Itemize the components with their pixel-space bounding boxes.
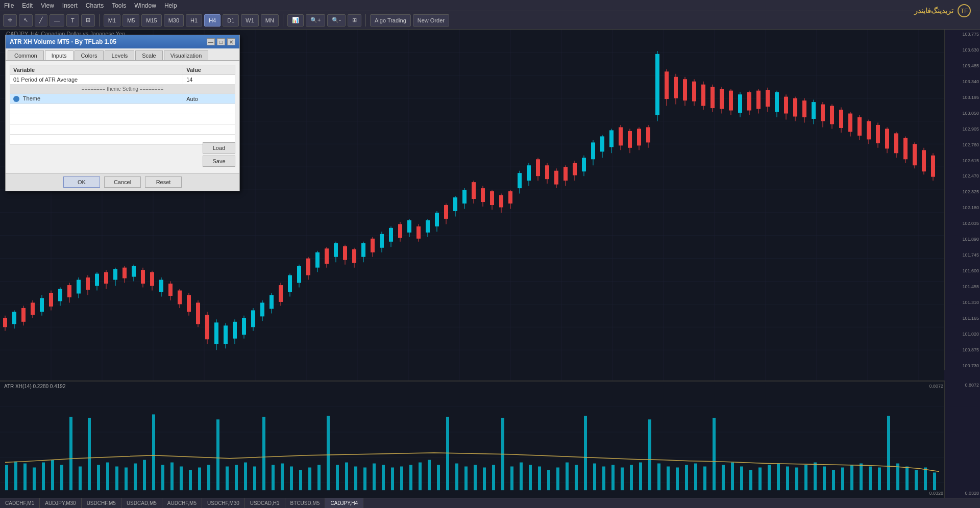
tab-usdchf-m5[interactable]: USDCHF,M5 <box>82 498 121 509</box>
tab-audchf-m5[interactable]: AUDCHF,M5 <box>162 498 202 509</box>
tf-h1[interactable]: H1 <box>186 14 202 27</box>
menu-charts[interactable]: Charts <box>86 2 104 9</box>
fibonacci-btn[interactable]: ⊞ <box>81 14 95 27</box>
tf-m5[interactable]: M5 <box>122 14 139 27</box>
save-button[interactable]: Save <box>203 156 235 167</box>
tab-usdchf-m30[interactable]: USDCHF,M30 <box>202 498 245 509</box>
cancel-button[interactable]: Cancel <box>104 176 141 188</box>
menu-tools[interactable]: Tools <box>112 2 126 9</box>
menu-view[interactable]: View <box>41 2 54 9</box>
svg-rect-113 <box>361 243 365 257</box>
menu-insert[interactable]: Insert <box>62 2 78 9</box>
tf-m30[interactable]: M30 <box>164 14 184 27</box>
chart-type-btn[interactable]: 📊 <box>287 14 304 27</box>
brand-name: تریدینگ‌فایندر <box>914 7 953 15</box>
menu-window[interactable]: Window <box>134 2 156 9</box>
svg-rect-253 <box>106 463 109 491</box>
val-theme[interactable]: Auto <box>183 94 235 104</box>
svg-rect-175 <box>646 127 650 142</box>
svg-rect-329 <box>804 465 807 491</box>
line-btn[interactable]: ╱ <box>35 14 47 27</box>
ok-button[interactable]: OK <box>63 176 100 188</box>
new-order-btn[interactable]: New Order <box>413 14 449 27</box>
indicator-settings-dialog[interactable]: ATR XH Volume MT5 - By TFLab 1.05 — □ ✕ … <box>5 35 240 191</box>
tf-m15[interactable]: M15 <box>141 14 161 27</box>
menu-edit[interactable]: Edit <box>22 2 33 9</box>
table-row[interactable]: 01 Period of ATR Average 14 <box>10 75 235 85</box>
svg-rect-273 <box>290 467 293 491</box>
tf-d1[interactable]: D1 <box>223 14 239 27</box>
svg-rect-153 <box>545 165 549 179</box>
tab-usdcad-h1[interactable]: USDCAD,H1 <box>245 498 285 509</box>
svg-rect-137 <box>472 182 476 199</box>
tab-scale[interactable]: Scale <box>135 50 163 60</box>
zoom-out-btn[interactable]: 🔍- <box>327 14 346 27</box>
svg-rect-333 <box>841 468 844 491</box>
svg-rect-294 <box>483 468 486 491</box>
svg-rect-157 <box>564 167 568 181</box>
tf-w1[interactable]: W1 <box>241 14 259 27</box>
svg-rect-73 <box>178 291 182 304</box>
tab-inputs[interactable]: Inputs <box>45 50 74 60</box>
tf-mn[interactable]: MN <box>261 14 279 27</box>
svg-rect-117 <box>380 234 384 248</box>
svg-rect-167 <box>609 130 614 147</box>
svg-rect-59 <box>113 269 117 280</box>
svg-rect-300 <box>538 467 541 491</box>
svg-rect-270 <box>262 417 265 490</box>
dialog-title: ATR XH Volume MT5 - By TFLab 1.05 <box>10 38 116 45</box>
svg-rect-295 <box>492 465 495 491</box>
tab-btcusd-m5[interactable]: BTCUSD,M5 <box>285 498 326 509</box>
load-save-buttons: Load Save <box>203 142 235 167</box>
svg-rect-213 <box>821 105 825 121</box>
tab-cadjpy-h4[interactable]: CADJPY,H4 <box>325 498 363 509</box>
svg-rect-173 <box>637 129 641 145</box>
tab-cadchf-m1[interactable]: CADCHF,M1 <box>0 498 40 509</box>
arrow-btn[interactable]: ↖ <box>19 14 33 27</box>
val-period[interactable]: 14 <box>183 75 235 85</box>
svg-rect-283 <box>382 465 385 491</box>
tf-h4[interactable]: H4 <box>204 14 220 27</box>
svg-rect-231 <box>903 138 908 159</box>
tf-m1[interactable]: M1 <box>104 14 120 27</box>
crosshair-btn[interactable]: ✛ <box>3 14 17 27</box>
menu-file[interactable]: File <box>4 2 14 9</box>
svg-rect-225 <box>876 125 880 143</box>
load-button[interactable]: Load <box>203 142 235 154</box>
svg-rect-287 <box>419 463 422 491</box>
svg-rect-197 <box>747 92 751 111</box>
dialog-maximize-btn[interactable]: □ <box>217 38 225 45</box>
empty-row-4 <box>10 135 235 145</box>
dialog-close-btn[interactable]: ✕ <box>227 38 235 45</box>
price-101020: 101.165 <box>946 316 979 321</box>
menu-help[interactable]: Help <box>164 2 177 9</box>
svg-rect-318 <box>703 467 706 491</box>
sep3 <box>365 14 366 27</box>
svg-rect-290 <box>446 417 449 490</box>
tab-visualization[interactable]: Visualization <box>164 50 209 60</box>
svg-rect-189 <box>710 87 715 108</box>
text-btn[interactable]: T <box>66 14 79 27</box>
separator-text: ======== theme Setting ======== <box>10 85 235 94</box>
price-102325: 102.325 <box>946 189 979 194</box>
tab-usdcad-m5[interactable]: USDCAD,M5 <box>121 498 162 509</box>
tab-levels[interactable]: Levels <box>105 50 134 60</box>
svg-rect-314 <box>667 467 670 491</box>
tab-colors[interactable]: Colors <box>75 50 104 60</box>
svg-rect-297 <box>510 467 513 491</box>
svg-rect-171 <box>628 131 632 148</box>
svg-rect-276 <box>317 465 321 491</box>
grid-btn[interactable]: ⊞ <box>348 14 361 27</box>
tab-common[interactable]: Common <box>8 50 44 60</box>
table-separator-row: ======== theme Setting ======== <box>10 85 235 94</box>
dialog-minimize-btn[interactable]: — <box>207 38 215 45</box>
zoom-in-btn[interactable]: 🔍+ <box>306 14 325 27</box>
tab-audjpy-m30[interactable]: AUDJPY,M30 <box>40 498 81 509</box>
svg-rect-243 <box>14 462 17 491</box>
table-row-theme[interactable]: Theme Auto <box>10 94 235 104</box>
algo-trading-btn[interactable]: Algo Trading <box>370 14 411 27</box>
reset-button[interactable]: Reset <box>145 176 182 188</box>
price-103340: 103.340 <box>946 79 979 84</box>
hline-btn[interactable]: — <box>50 14 64 27</box>
svg-rect-337 <box>878 468 881 491</box>
